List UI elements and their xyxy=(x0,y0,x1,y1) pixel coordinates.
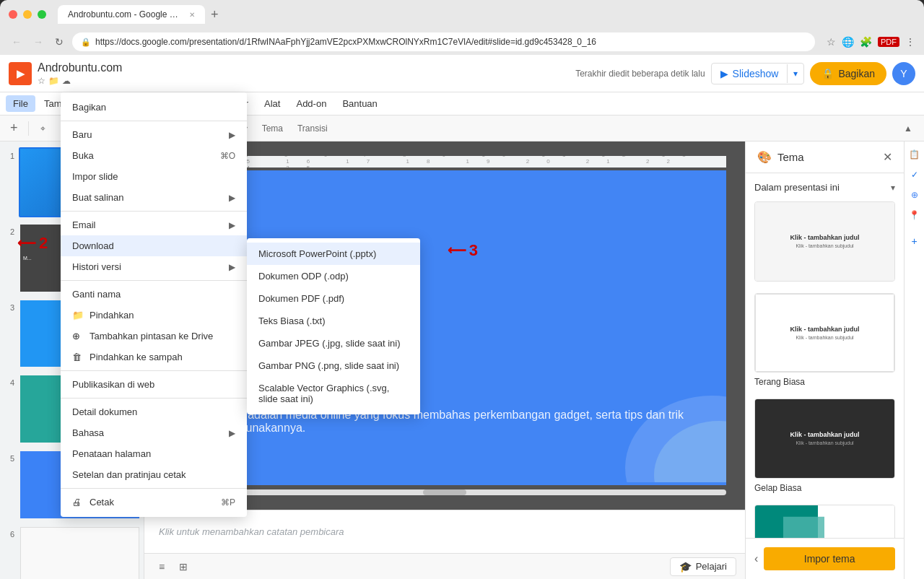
file-menu-pindahkan-label: Pindahkan xyxy=(90,310,235,321)
maximize-button[interactable] xyxy=(38,10,46,19)
file-menu-sampah[interactable]: 🗑 Pindahkan ke sampah xyxy=(61,347,247,367)
file-menu-bahasa[interactable]: Bahasa ▶ xyxy=(61,422,247,443)
menu-item-addon[interactable]: Add-on xyxy=(289,95,334,112)
user-avatar[interactable]: Y xyxy=(892,62,915,85)
slideshow-main-button[interactable]: ▶ Slideshow xyxy=(712,64,788,84)
menu-item-alat[interactable]: Alat xyxy=(257,95,287,112)
slideshow-dropdown-button[interactable]: ▾ xyxy=(787,64,803,83)
list-view-button[interactable]: ≡ xyxy=(153,558,170,575)
tab-close-icon[interactable]: ✕ xyxy=(189,11,195,19)
themes-header: 🎨 Tema ✕ xyxy=(746,142,904,173)
folder-icon[interactable]: 📁 xyxy=(48,76,59,86)
back-button[interactable]: ← xyxy=(9,35,25,49)
menu-item-bantuan[interactable]: Bantuan xyxy=(335,95,384,112)
theme-item-1[interactable]: Klik - tambahkan judul Klik - tambahkan … xyxy=(754,201,895,282)
themes-title: 🎨 Tema xyxy=(757,150,804,164)
file-menu-ganti-nama[interactable]: Ganti nama xyxy=(61,284,247,305)
file-menu-bagikan[interactable]: Bagikan xyxy=(61,97,247,118)
themes-prev-button[interactable]: ‹ xyxy=(754,552,758,565)
download-txt[interactable]: Teks Biasa (.txt) xyxy=(247,310,420,332)
autosave-text: Terakhir diedit beberapa detik lalu xyxy=(575,69,705,79)
file-menu-salinan[interactable]: Buat salinan ▶ xyxy=(61,187,247,208)
download-pptx[interactable]: Microsoft PowerPoint (.pptx) ⟵ 3 xyxy=(247,243,420,265)
slide-num-3: 3 xyxy=(3,303,14,312)
download-svg-label: Scalable Vector Graphics (.svg, slide sa… xyxy=(258,383,389,404)
view-controls: ≡ ⊞ xyxy=(153,558,193,575)
bottom-bar: ≡ ⊞ 🎓 Pelajari xyxy=(144,553,745,579)
file-menu-baru[interactable]: Baru ▶ xyxy=(61,124,247,145)
download-jpeg[interactable]: Gambar JPEG (.jpg, slide saat ini) xyxy=(247,332,420,354)
app-title: Androbuntu.com xyxy=(38,61,122,74)
file-menu-pintasan[interactable]: ⊕ Tambahkan pintasan ke Drive xyxy=(61,326,247,347)
learner-button[interactable]: 🎓 Pelajari xyxy=(670,557,736,576)
grid-view-button[interactable]: ⊞ xyxy=(173,558,193,575)
horizontal-scrollbar[interactable] xyxy=(163,489,726,495)
theme-preview-subtitle-1: Klik - tambahkan subjudul xyxy=(796,243,853,248)
file-menu-cetak[interactable]: 🖨 Cetak ⌘P xyxy=(61,492,247,513)
theme-preview-title-2: Klik - tambahkan judul xyxy=(790,326,859,333)
themes-section-arrow[interactable]: ▾ xyxy=(891,183,895,193)
minimize-button[interactable] xyxy=(23,10,32,19)
file-menu-email[interactable]: Email ▶ xyxy=(61,214,247,235)
file-menu-email-label: Email xyxy=(72,219,223,230)
add-slide-button[interactable]: + xyxy=(6,119,22,137)
slide-num-4: 4 xyxy=(3,378,14,387)
active-tab[interactable]: Androbuntu.com - Google Slide ✕ xyxy=(58,5,205,24)
themes-close-button[interactable]: ✕ xyxy=(883,150,892,164)
download-odp[interactable]: Dokumen ODP (.odp) xyxy=(247,265,420,287)
file-menu-penataan[interactable]: Penataan halaman xyxy=(61,443,247,464)
extension-button[interactable]: 🧩 xyxy=(860,36,872,48)
bookmark-button[interactable]: ☆ xyxy=(827,36,836,48)
file-menu-buka[interactable]: Buka ⌘O xyxy=(61,145,247,166)
download-png-label: Gambar PNG (.png, slide saat ini) xyxy=(258,360,399,371)
download-pdf[interactable]: Dokumen PDF (.pdf) xyxy=(247,287,420,310)
collapse-toolbar-button[interactable]: ▲ xyxy=(898,121,918,136)
file-menu-publikasikan[interactable]: Publikasikan di web xyxy=(61,374,247,395)
file-menu-setelan[interactable]: Setelan dan pratinjau cetak xyxy=(61,464,247,485)
new-tab-button[interactable]: + xyxy=(211,7,219,22)
logo-icon: ▶ xyxy=(17,68,25,79)
download-svg[interactable]: Scalable Vector Graphics (.svg, slide sa… xyxy=(247,377,420,410)
transition-button[interactable]: Transisi xyxy=(292,121,334,136)
url-bar[interactable]: 🔒 https://docs.google.com/presentation/d… xyxy=(72,32,815,51)
annotation-3: ⟵ 3 xyxy=(448,241,478,260)
right-icon-4[interactable]: 📍 xyxy=(907,208,922,222)
cloud-icon[interactable]: ☁ xyxy=(62,76,71,86)
file-menu-email-arrow: ▶ xyxy=(229,220,235,230)
file-menu-impor[interactable]: Impor slide xyxy=(61,166,247,187)
import-theme-button[interactable]: Impor tema xyxy=(764,547,895,570)
star-icon[interactable]: ☆ xyxy=(38,76,45,86)
menu-button[interactable]: ⋮ xyxy=(905,36,915,48)
right-icon-1[interactable]: 📋 xyxy=(907,147,922,162)
theme-item-2[interactable]: Klik - tambahkan judul Klik - tambahkan … xyxy=(754,293,895,388)
themes-add-button[interactable]: + xyxy=(907,234,922,248)
notes-placeholder[interactable]: Klik untuk menambahkan catatan pembicara xyxy=(159,526,344,537)
theme-button[interactable]: Tema xyxy=(256,121,289,136)
slide-thumb-6[interactable]: 6 xyxy=(3,526,141,579)
slide-num-1: 1 xyxy=(3,152,14,160)
profile-button[interactable]: 🌐 xyxy=(842,36,854,48)
annotation-2-arrow: ⟵ xyxy=(17,235,36,251)
refresh-button[interactable]: ↻ xyxy=(52,35,66,49)
file-menu-pindahkan[interactable]: 📁 Pindahkan xyxy=(61,305,247,326)
theme-item-4[interactable]: Klik - tambahkan judul Klik - tambahkan … xyxy=(754,505,895,538)
share-button[interactable]: 🔒 Bagikan xyxy=(810,62,886,85)
close-button[interactable] xyxy=(9,10,17,19)
slide-thumbnail-6[interactable] xyxy=(19,526,141,579)
right-icon-2[interactable]: ✓ xyxy=(907,167,922,182)
learner-icon: 🎓 xyxy=(679,561,692,573)
lock-icon: 🔒 xyxy=(81,38,91,47)
file-menu-detail[interactable]: Detail dokumen xyxy=(61,401,247,422)
theme-item-3[interactable]: Klik - tambahkan judul Klik - tambahkan … xyxy=(754,399,895,493)
forward-button[interactable]: → xyxy=(30,35,46,49)
file-menu-histori[interactable]: Histori versi ▶ xyxy=(61,256,247,277)
file-menu-impor-label: Impor slide xyxy=(72,171,235,182)
download-submenu: Microsoft PowerPoint (.pptx) ⟵ 3 Dokumen… xyxy=(247,238,420,414)
pdf-button[interactable]: PDF xyxy=(878,37,899,47)
zoom-button[interactable]: ⌖ xyxy=(35,121,51,136)
file-menu-download[interactable]: Download ⟵ 2 xyxy=(61,235,247,256)
file-menu-cetak-shortcut: ⌘P xyxy=(221,497,235,508)
download-png[interactable]: Gambar PNG (.png, slide saat ini) xyxy=(247,354,420,377)
right-icon-3[interactable]: ⊕ xyxy=(907,188,922,202)
menu-item-file[interactable]: File xyxy=(6,95,35,112)
